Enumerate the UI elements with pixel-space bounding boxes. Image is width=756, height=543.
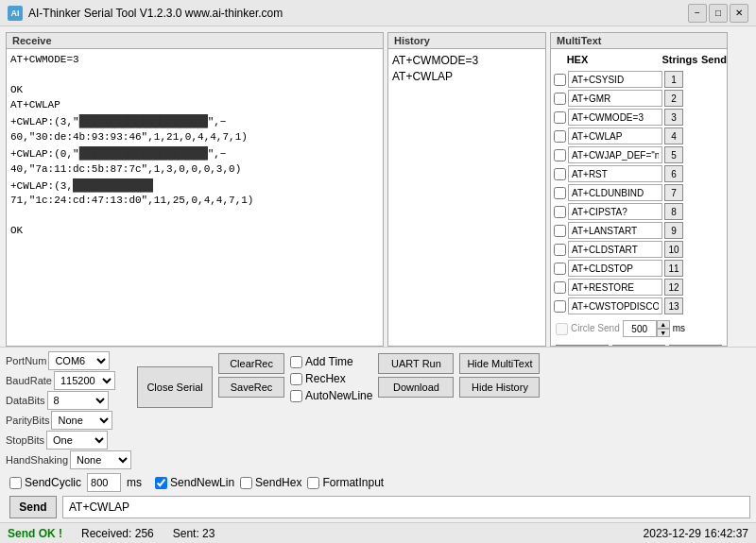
- spin-down-button[interactable]: ▼: [657, 329, 670, 337]
- mt-send-btn-2[interactable]: 2: [664, 90, 683, 107]
- mt-send-btn-6[interactable]: 6: [664, 165, 683, 182]
- circle-send-checkbox[interactable]: [556, 323, 568, 335]
- addtime-row: Add Time: [290, 355, 372, 368]
- uart-run-button[interactable]: UART Run: [378, 353, 454, 374]
- mt-header-row: HEX Strings Send: [554, 53, 724, 67]
- databits-select[interactable]: 8: [47, 391, 109, 410]
- stopbits-select[interactable]: One: [46, 431, 108, 450]
- rechex-label: RecHex: [305, 372, 346, 385]
- mt-input-5[interactable]: [568, 146, 662, 163]
- sendhex-label: SendHex: [255, 476, 301, 489]
- mt-input-12[interactable]: [568, 279, 662, 296]
- mt-input-9[interactable]: [568, 222, 662, 239]
- circle-send-input[interactable]: [623, 320, 657, 337]
- rechex-checkbox[interactable]: [290, 373, 302, 385]
- mt-checkbox-1[interactable]: [554, 74, 566, 86]
- mt-input-6[interactable]: [568, 165, 662, 182]
- mt-send-btn-11[interactable]: 11: [664, 260, 683, 277]
- handshaking-select[interactable]: None: [70, 450, 131, 469]
- received-count: Received: 256: [81, 527, 154, 540]
- mt-checkbox-7[interactable]: [554, 187, 566, 199]
- mt-input-2[interactable]: [568, 90, 662, 107]
- mt-send-btn-7[interactable]: 7: [664, 184, 683, 201]
- addtime-checkbox[interactable]: [290, 356, 302, 368]
- mt-checkbox-8[interactable]: [554, 206, 566, 218]
- mt-send-btn-1[interactable]: 1: [664, 71, 683, 88]
- maximize-button[interactable]: □: [709, 4, 728, 23]
- paritybits-select[interactable]: None: [51, 411, 112, 430]
- mt-send-btn-9[interactable]: 9: [664, 222, 683, 239]
- mt-input-8[interactable]: [568, 203, 662, 220]
- hide-multitext-button[interactable]: Hide MultiText: [459, 353, 540, 374]
- mt-checkbox-4[interactable]: [554, 130, 566, 143]
- mt-input-10[interactable]: [568, 241, 662, 258]
- mt-checkbox-10[interactable]: [554, 244, 566, 256]
- spin-up-button[interactable]: ▲: [657, 320, 670, 329]
- clearrec-button[interactable]: ClearRec: [218, 353, 284, 374]
- history-content[interactable]: AT+CWMODE=3 AT+CWLAP: [388, 49, 545, 346]
- mt-row-10: 10: [554, 241, 724, 258]
- mt-input-4[interactable]: [568, 127, 662, 144]
- autonewline-label: AutoNewLine: [305, 389, 372, 402]
- receive-content[interactable]: AT+CWMODE=3 OK AT+CWLAP +CWLAP:(3,"█████…: [7, 49, 383, 346]
- mt-checkbox-3[interactable]: [554, 111, 566, 124]
- mt-send-btn-10[interactable]: 10: [664, 241, 683, 258]
- mt-checkbox-9[interactable]: [554, 225, 566, 237]
- minimize-button[interactable]: −: [688, 4, 707, 23]
- mt-send-btn-5[interactable]: 5: [664, 146, 683, 163]
- clear-button[interactable]: Clear: [669, 345, 722, 346]
- mt-checkbox-13[interactable]: [554, 300, 566, 313]
- mt-input-11[interactable]: [568, 260, 662, 277]
- mt-checkbox-12[interactable]: [554, 281, 566, 294]
- mt-checkbox-2[interactable]: [554, 93, 566, 105]
- send-column-header: Send: [701, 53, 724, 67]
- mt-checkbox-11[interactable]: [554, 263, 566, 275]
- stopbits-label: StopBits: [6, 431, 44, 450]
- controls-row1: PortNum COM6 BaudRate 115200 DataBits 8: [6, 351, 750, 469]
- mt-checkbox-5[interactable]: [554, 149, 566, 161]
- mt-input-13[interactable]: [568, 297, 662, 314]
- ms-label: ms: [673, 322, 685, 335]
- saverec-button[interactable]: SaveRec: [218, 377, 284, 398]
- send-input[interactable]: [62, 496, 750, 518]
- formatinput-checkbox[interactable]: [307, 477, 319, 489]
- download-button[interactable]: Download: [378, 377, 454, 398]
- portnum-select[interactable]: COM6: [48, 351, 110, 370]
- close-serial-button[interactable]: Close Serial: [137, 366, 213, 408]
- send-button[interactable]: Send: [9, 496, 57, 518]
- history-item: AT+CWLAP: [392, 69, 541, 85]
- mt-send-btn-8[interactable]: 8: [664, 203, 683, 220]
- controls-row3: Send: [6, 496, 750, 518]
- close-button[interactable]: ✕: [730, 4, 748, 23]
- sendcyclic-checkbox[interactable]: [9, 477, 22, 489]
- port-settings: PortNum COM6 BaudRate 115200 DataBits 8: [6, 351, 131, 469]
- mt-send-btn-4[interactable]: 4: [664, 127, 683, 144]
- mt-input-3[interactable]: [568, 109, 662, 126]
- portnum-label: PortNum: [6, 351, 46, 370]
- load-button[interactable]: Load: [612, 345, 665, 346]
- mt-row-5: 5: [554, 146, 724, 163]
- mt-send-btn-13[interactable]: 13: [664, 297, 683, 314]
- formatinput-row: FormatInput: [307, 476, 384, 489]
- strings-column-header: Strings: [662, 53, 699, 67]
- mt-row-9: 9: [554, 222, 724, 239]
- baudrate-select[interactable]: 115200: [54, 371, 115, 390]
- mt-send-btn-3[interactable]: 3: [664, 109, 683, 126]
- main-content: Receive AT+CWMODE=3 OK AT+CWLAP +CWLAP:(…: [0, 26, 756, 543]
- mt-send-btn-12[interactable]: 12: [664, 279, 683, 296]
- mt-input-1[interactable]: [568, 71, 662, 88]
- hide-history-button[interactable]: Hide History: [459, 377, 540, 398]
- mt-checkbox-6[interactable]: [554, 168, 566, 180]
- circle-send-label: Circle Send: [571, 322, 620, 335]
- status-bar: Send OK ! Received: 256 Sent: 23 2023-12…: [0, 522, 756, 543]
- sendcyclic-group: SendCyclic: [9, 476, 81, 489]
- mt-input-7[interactable]: [568, 184, 662, 201]
- autonewline-checkbox[interactable]: [290, 390, 302, 402]
- addtime-label: Add Time: [305, 355, 353, 368]
- bottom-controls: PortNum COM6 BaudRate 115200 DataBits 8: [0, 347, 756, 522]
- sendcyclic-input[interactable]: [87, 473, 121, 492]
- sendhex-checkbox[interactable]: [240, 477, 252, 489]
- autonewline-row: AutoNewLine: [290, 389, 372, 402]
- sendnewline-checkbox[interactable]: [155, 477, 167, 489]
- save-button[interactable]: Save: [556, 345, 609, 346]
